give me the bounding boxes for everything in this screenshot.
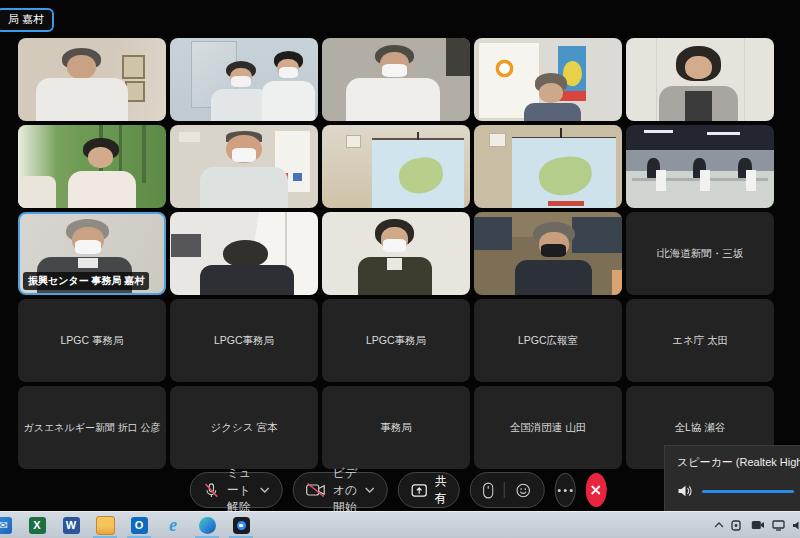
video-tile[interactable]: [170, 212, 318, 295]
tray-camera-icon[interactable]: [731, 520, 744, 531]
video-tile[interactable]: [170, 125, 318, 208]
close-icon: [590, 484, 602, 496]
video-tile[interactable]: [18, 125, 166, 208]
record-reactions-group: [470, 472, 545, 508]
word-icon[interactable]: W: [54, 512, 88, 538]
share-screen-icon: [411, 483, 428, 498]
mic-muted-icon: [203, 482, 220, 499]
video-tile[interactable]: [474, 38, 622, 121]
grid-row-1: [18, 38, 778, 121]
video-tile[interactable]: [18, 38, 166, 121]
picture-frame: [122, 55, 145, 79]
face-mask: [383, 239, 405, 251]
ceiling-light: [707, 132, 740, 135]
audio-only-tile[interactable]: LPGC 事務局: [18, 299, 166, 382]
wall-panel-line: [656, 38, 657, 121]
start-video-button[interactable]: ビデオの開始: [293, 472, 388, 508]
ceiling-light: [644, 130, 674, 133]
name-plate: [700, 170, 710, 192]
grid-row-2: [18, 125, 778, 208]
participant-name: i北海道新聞・三坂: [657, 247, 743, 261]
video-tile[interactable]: [626, 125, 774, 208]
patterned-top: [685, 91, 712, 121]
chevron-down-icon[interactable]: [365, 487, 375, 493]
volume-slider[interactable]: [702, 490, 794, 493]
wall-vent: [179, 132, 200, 142]
face-mask: [232, 148, 256, 161]
participant-body: [346, 78, 441, 121]
audio-only-tile[interactable]: LPGC事務局: [170, 299, 318, 382]
tray-display-icon[interactable]: [772, 520, 785, 531]
volume-flyout: スピーカー (Realtek High Defin: [664, 445, 800, 512]
face-mask: [382, 64, 407, 77]
video-tile[interactable]: [322, 38, 470, 121]
map-legend: [548, 201, 584, 206]
zoom-app-icon[interactable]: [224, 512, 258, 538]
monitor: [171, 234, 201, 257]
internet-explorer-icon[interactable]: e: [156, 512, 190, 538]
record-icon[interactable]: [483, 482, 494, 499]
grid-row-4: LPGC 事務局 LPGC事務局 LPGC事務局 LPGC広報室 エネ庁 太田: [18, 299, 778, 382]
unmute-label: ミュート解除: [227, 465, 253, 516]
name-plate: [656, 170, 666, 192]
wall-clock: [346, 135, 361, 148]
participant-face: [88, 147, 113, 169]
file-explorer-icon[interactable]: [88, 512, 122, 538]
participant-body: [200, 167, 289, 209]
more-options-button[interactable]: [555, 473, 576, 507]
audio-only-tile[interactable]: LPGC事務局: [322, 299, 470, 382]
audio-only-tile[interactable]: ガスエネルギー新聞 折口 公彦: [18, 386, 166, 469]
unmute-button[interactable]: ミュート解除: [190, 472, 283, 508]
sun-logo: [492, 56, 517, 81]
audio-only-tile[interactable]: 事務局: [322, 386, 470, 469]
active-speaker-badge: 局 嘉村: [0, 8, 54, 32]
leave-meeting-button[interactable]: [585, 473, 606, 507]
audio-only-tile[interactable]: ジクシス 宮本: [170, 386, 318, 469]
room-shadow: [446, 38, 470, 76]
speaker-icon[interactable]: [677, 484, 693, 498]
chevron-down-icon[interactable]: [260, 487, 270, 493]
participant-hair: [223, 240, 267, 267]
participant-body: [262, 81, 315, 121]
mail-app-icon[interactable]: ✉: [0, 512, 20, 538]
participant-body: [524, 103, 580, 121]
participant-name: 全L協 瀬谷: [675, 421, 726, 435]
video-tile[interactable]: [474, 125, 622, 208]
video-tile[interactable]: [626, 38, 774, 121]
participant-name: エネ庁 太田: [672, 334, 728, 348]
start-video-label: ビデオの開始: [333, 465, 358, 516]
video-tile[interactable]: [322, 212, 470, 295]
video-tile-active-speaker[interactable]: 振興センター 事務局 嘉村: [18, 212, 166, 295]
video-off-icon: [306, 482, 326, 498]
tray-video-icon[interactable]: [751, 520, 765, 530]
participant-name: LPGC広報室: [518, 334, 578, 348]
system-tray: [714, 512, 798, 538]
grid-row-3: 振興センター 事務局 嘉村: [18, 212, 778, 295]
ellipsis-icon: [558, 489, 573, 492]
excel-icon[interactable]: X: [20, 512, 54, 538]
reactions-icon[interactable]: [515, 482, 532, 499]
windows-taskbar: ✉ X W O e: [0, 511, 800, 538]
audio-only-tile[interactable]: エネ庁 太田: [626, 299, 774, 382]
audio-only-tile[interactable]: LPGC広報室: [474, 299, 622, 382]
participant-name: ジクシス 宮本: [211, 421, 278, 435]
shirt-collar: [78, 258, 98, 267]
edge-icon[interactable]: [190, 512, 224, 538]
audio-only-tile[interactable]: 全国消団連 山田: [474, 386, 622, 469]
zoom-meeting-window: 局 嘉村: [0, 0, 800, 538]
audio-only-tile[interactable]: i北海道新聞・三坂: [626, 212, 774, 295]
meeting-toolbar: ミュート解除 ビデオの開始 共有: [190, 472, 607, 508]
map-hanger: [417, 132, 419, 140]
face-mask: [279, 67, 298, 78]
participant-body: [200, 265, 295, 295]
window-blinds: [572, 217, 622, 254]
tray-speaker-icon[interactable]: [792, 520, 800, 531]
face-mask: [75, 240, 101, 254]
participant-name: LPGC 事務局: [60, 334, 123, 348]
video-tile[interactable]: [170, 38, 318, 121]
show-hidden-icons-chevron[interactable]: [714, 522, 724, 528]
video-tile[interactable]: [322, 125, 470, 208]
video-tile[interactable]: [474, 212, 622, 295]
share-button[interactable]: 共有: [398, 472, 460, 508]
outlook-icon[interactable]: O: [122, 512, 156, 538]
